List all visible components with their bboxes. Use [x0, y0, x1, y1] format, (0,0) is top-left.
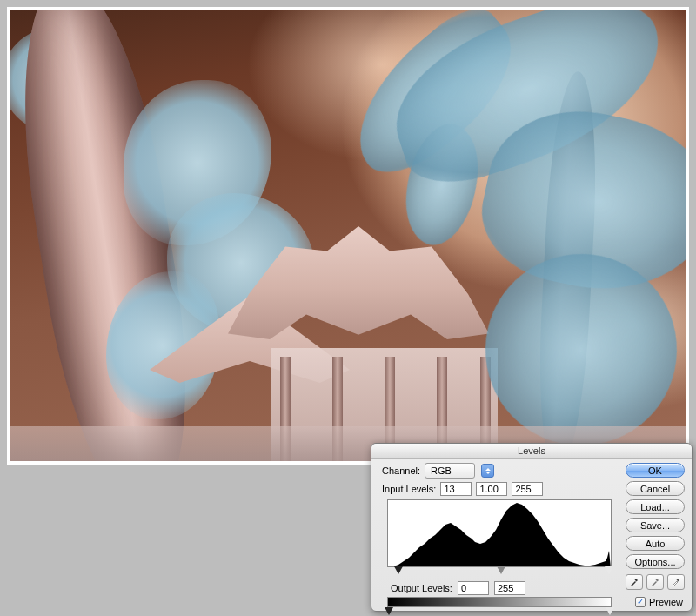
input-gamma-slider[interactable] — [497, 566, 505, 574]
levels-dialog: Levels Channel: RGB Input Levels: — [371, 443, 693, 612]
output-white-field[interactable] — [494, 581, 525, 595]
image-canvas-frame — [7, 7, 689, 465]
eyedropper-icon — [650, 577, 660, 587]
preview-checkbox[interactable]: ✓ — [635, 597, 646, 607]
white-point-eyedropper[interactable] — [667, 574, 685, 590]
input-gamma-field[interactable] — [476, 482, 507, 496]
dialog-button-column: OK Cancel Load... Save... Auto Options..… — [622, 444, 692, 611]
input-white-slider[interactable] — [605, 566, 613, 574]
input-slider-track[interactable] — [387, 567, 612, 576]
output-levels-label: Output Levels: — [391, 583, 452, 593]
cancel-button[interactable]: Cancel — [626, 481, 685, 496]
gray-point-eyedropper[interactable] — [646, 574, 664, 590]
channel-select[interactable]: RGB — [425, 463, 475, 479]
histogram — [387, 499, 612, 567]
preview-label: Preview — [649, 597, 683, 607]
channel-label: Channel: — [382, 465, 420, 476]
channel-select-stepper[interactable] — [481, 464, 494, 478]
input-levels-label: Input Levels: — [382, 484, 436, 494]
black-point-eyedropper[interactable] — [626, 574, 643, 590]
chevron-down-icon — [485, 472, 491, 474]
ok-button[interactable]: OK — [626, 463, 685, 478]
eyedropper-icon — [629, 577, 639, 587]
eyedropper-icon — [671, 577, 681, 587]
chevron-up-icon — [485, 468, 491, 471]
output-black-field[interactable] — [458, 581, 489, 595]
photo-temple — [193, 218, 532, 461]
eyedropper-group — [626, 574, 685, 590]
input-black-slider[interactable] — [394, 566, 403, 574]
load-button[interactable]: Load... — [626, 499, 685, 514]
output-gradient[interactable] — [387, 597, 612, 607]
channel-value: RGB — [431, 465, 452, 476]
input-white-field[interactable] — [512, 482, 543, 496]
input-black-field[interactable] — [440, 482, 472, 496]
save-button[interactable]: Save... — [626, 518, 685, 532]
image-canvas — [10, 10, 686, 461]
dialog-main-area: Channel: RGB Input Levels: — [371, 444, 622, 611]
output-white-slider[interactable] — [606, 607, 614, 615]
output-black-slider[interactable] — [385, 607, 393, 615]
options-button[interactable]: Options... — [626, 554, 685, 569]
auto-button[interactable]: Auto — [626, 536, 685, 551]
